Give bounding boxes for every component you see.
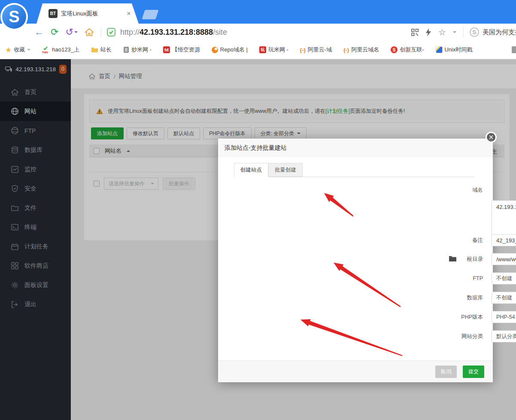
- bookmark-hao123[interactable]: ✔hao hao123_上: [42, 46, 79, 54]
- orange-swirl-icon: [212, 47, 218, 53]
- bookmarks-bar: ★ 收藏 ✔hao hao123_上 站长 炒米网 - M 【悟空资源 Repo…: [0, 41, 516, 59]
- domain-label: 域名: [445, 186, 483, 194]
- back-icon[interactable]: ←: [34, 27, 44, 37]
- tab-create-site[interactable]: 创建站点: [234, 163, 268, 177]
- browser-titlebar: BT 宝塔Linux面板 ×: [0, 0, 516, 24]
- tab-batch-create[interactable]: 批量创建: [268, 163, 303, 177]
- browser-tab[interactable]: BT 宝塔Linux面板 ×: [36, 3, 139, 24]
- hot-search-text[interactable]: 美国为何支持: [483, 28, 516, 36]
- url-path: /site: [213, 28, 227, 36]
- new-tab-button[interactable]: [142, 10, 158, 19]
- tab-title: 宝塔Linux面板: [61, 10, 123, 18]
- qr-code-icon[interactable]: [411, 29, 419, 36]
- remark-label: 备注: [445, 236, 483, 245]
- site-category-label: 网站分类: [445, 332, 483, 341]
- root-dir-input[interactable]: [492, 253, 516, 265]
- bookmark-zhanzhang[interactable]: 站长: [91, 46, 112, 54]
- url-scheme: http://: [120, 28, 140, 36]
- php-version-label: PHP版本: [445, 313, 483, 321]
- site-security-shield-icon[interactable]: [106, 27, 116, 37]
- m-red-icon: M: [163, 46, 170, 53]
- folder-icon: [91, 47, 98, 53]
- screen: BT 宝塔Linux面板 × S ← ⟳ ↺ http://42.193.131…: [0, 0, 516, 420]
- toolbar-caret-icon[interactable]: [453, 31, 456, 35]
- favorite-star-icon[interactable]: ☆: [438, 27, 446, 37]
- remark-input[interactable]: [492, 234, 516, 246]
- home-icon[interactable]: [85, 28, 94, 36]
- dialog-footer: 取消 提交: [218, 360, 493, 382]
- bookmark-chuangxin[interactable]: S 创新互联-: [391, 46, 424, 54]
- red-circle-icon: S: [391, 46, 398, 53]
- bookmark-chaomi[interactable]: 炒米网 -: [123, 46, 152, 54]
- aliyun-icon: (-): [300, 47, 306, 53]
- bookmark-wanmi[interactable]: 玩 玩米网 -: [259, 46, 288, 54]
- chevron-down-icon: [27, 49, 30, 52]
- bookmark-wukong[interactable]: M 【悟空资源: [163, 46, 200, 54]
- dialog-tabs: 创建站点 批量创建: [234, 163, 474, 177]
- bookmark-unix-timestamp[interactable]: Unix时间戳: [436, 46, 473, 54]
- unix-clock-icon: [436, 46, 443, 53]
- cancel-button[interactable]: 取消: [435, 366, 457, 378]
- ftp-select[interactable]: 不创建: [492, 272, 516, 284]
- sogou-logo-icon: S: [2, 5, 26, 29]
- lightning-icon[interactable]: [425, 28, 431, 36]
- wan-red-icon: 玩: [259, 46, 266, 53]
- search-engine-icon[interactable]: S: [470, 27, 479, 37]
- undo-icon[interactable]: ↺: [65, 27, 77, 37]
- undo-caret-icon: [74, 31, 78, 35]
- bookmark-repo[interactable]: Repo域名 |: [212, 46, 248, 54]
- url-host: 42.193.131.218:8888: [140, 28, 213, 36]
- site-category-select[interactable]: 默认分类: [492, 330, 516, 342]
- bookmark-aliyun-1[interactable]: (-) 阿里云-域: [300, 46, 332, 54]
- ftp-label: FTP: [445, 274, 483, 283]
- add-site-dialog: ✕ 添加站点-支持批量建站 创建站点 批量创建 域名 42.193.131.21…: [218, 139, 493, 382]
- refresh-icon[interactable]: ⟳: [51, 27, 58, 37]
- php-version-select[interactable]: PHP-54: [492, 311, 516, 323]
- aliyun-icon: (-): [343, 47, 349, 53]
- toolbar-separator-2: [463, 27, 464, 37]
- dialog-close-icon[interactable]: ✕: [486, 132, 497, 143]
- folder-picker-icon[interactable]: [449, 255, 457, 262]
- baota-favicon: BT: [49, 9, 58, 18]
- address-bar[interactable]: http://42.193.131.218:8888/site: [120, 28, 227, 37]
- hao123-icon: ✔hao: [42, 46, 50, 53]
- document-icon: [123, 46, 129, 53]
- browser-logo[interactable]: S: [0, 3, 28, 30]
- dialog-title: 添加站点-支持批量建站: [218, 139, 493, 157]
- browser-toolbar: ← ⟳ ↺ http://42.193.131.218:8888/site ☆: [0, 24, 516, 41]
- star-icon: ★: [5, 45, 12, 54]
- submit-button[interactable]: 提交: [463, 366, 484, 378]
- toolbar-separator: [101, 27, 101, 37]
- bookmark-favorites[interactable]: ★ 收藏: [5, 45, 30, 54]
- database-select[interactable]: 不创建: [492, 292, 516, 304]
- toolbar-right: ☆ S 美国为何支持: [411, 24, 516, 41]
- database-label: 数据库: [445, 293, 483, 302]
- tab-close-icon[interactable]: ×: [127, 10, 131, 17]
- bookmark-aliyun-2[interactable]: (-) 阿里云域名: [343, 46, 379, 54]
- bookmark-partial-icon[interactable]: [512, 46, 516, 53]
